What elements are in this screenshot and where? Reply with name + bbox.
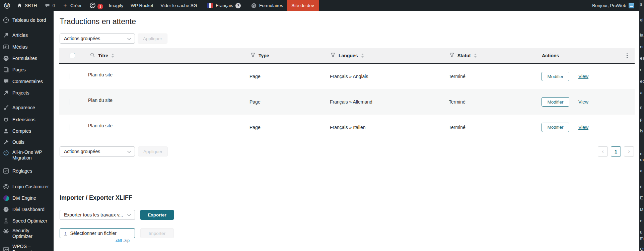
edit-button[interactable]: Modifier [542, 72, 569, 81]
forms-menu[interactable]: Formulaires [247, 0, 287, 11]
export-scope-select[interactable]: Exporter tous les travaux v... [60, 210, 135, 220]
sidebar-item-label: Speed Optimizer [12, 218, 51, 224]
adminbar-item-clear-cache[interactable]: Vider le cache SG [157, 0, 201, 11]
import-button[interactable]: Importer [140, 228, 174, 238]
pagination-prev-button[interactable]: ‹ [598, 146, 608, 156]
background-window-sliver: selianuesrecanplsn-raanEDeumOs [639, 0, 644, 251]
gauge-icon [3, 206, 9, 213]
wordpress-logo-menu[interactable]: W [0, 0, 13, 11]
sidebar-item-comments[interactable]: Commentaires [0, 76, 54, 87]
sidebar-item-security-optimizer[interactable]: Security Optimizer [0, 227, 54, 239]
row-checkbox[interactable] [70, 73, 70, 79]
sidebar-item-projects[interactable]: Projects [0, 87, 54, 99]
file-select-label: Sélectionner un fichier [70, 231, 117, 236]
site-name-menu[interactable]: SRTH [13, 0, 41, 11]
sidebar-item-pages[interactable]: Pages [0, 64, 54, 75]
export-button[interactable]: Exporter [140, 210, 174, 220]
sidebar-item-articles[interactable]: Articles [0, 29, 54, 41]
cell-status: Terminé [449, 99, 539, 105]
filter-funnel-icon[interactable] [449, 53, 454, 59]
wordpress-logo-icon: W [4, 2, 10, 9]
sidebar-item-wpos-pagenavi[interactable]: WPOS – Pagenavi [0, 244, 54, 251]
sg-optimizer-icon [89, 2, 96, 9]
bulk-actions-value: Actions groupées [64, 149, 127, 154]
media-icon [3, 44, 9, 50]
import-label: Importer [149, 231, 165, 236]
pagination-current-page[interactable]: 1 [611, 146, 621, 156]
view-link[interactable]: View [578, 99, 588, 105]
adminbar-item-imagify[interactable]: Imagify [105, 0, 127, 11]
search-icon[interactable] [90, 53, 95, 59]
sidebar-item-media[interactable]: Médias [0, 41, 54, 53]
plug-icon [3, 116, 9, 123]
apply-label: Appliquer [143, 36, 162, 41]
sliders-icon [3, 168, 9, 174]
column-header-actions: Actions [542, 53, 559, 58]
svg-text:W: W [5, 4, 9, 7]
sidebar-item-speed-optimizer[interactable]: Speed Optimizer [0, 215, 54, 227]
plus-icon: ＋ [62, 3, 68, 8]
column-header-languages[interactable]: Langues [339, 53, 358, 58]
view-link[interactable]: View [578, 125, 588, 130]
adminbar-item-wp-rocket[interactable]: WP Rocket [127, 0, 157, 11]
edit-button[interactable]: Modifier [542, 97, 569, 107]
upload-icon: ↑ [64, 231, 67, 236]
column-options-kebab-icon[interactable] [625, 52, 629, 60]
filter-funnel-icon[interactable] [331, 53, 336, 59]
column-header-status[interactable]: Statut [457, 53, 471, 58]
sidebar-item-divi-dashboard[interactable]: Divi Dashboard [0, 204, 54, 215]
view-link[interactable]: View [578, 74, 588, 79]
cell-languages: Français » Italien [330, 125, 449, 130]
row-checkbox[interactable] [70, 124, 70, 130]
apply-button-bottom[interactable]: Appliquer [138, 146, 168, 156]
cell-languages: Français » Anglais [330, 74, 449, 79]
admin-bar: W SRTH 0 ＋ Créer 1 Imagify [0, 0, 639, 11]
sidebar-item-divi-engine[interactable]: Divi Engine [0, 192, 54, 204]
column-header-title[interactable]: Titre [98, 53, 108, 58]
apply-label: Appliquer [143, 149, 162, 154]
sort-icon[interactable] [361, 54, 364, 58]
language-menu[interactable]: Français ? [203, 0, 244, 11]
import-export-title: Importer / Exporter XLIFF [60, 194, 132, 201]
apply-button-top[interactable]: Appliquer [138, 34, 167, 44]
file-select-button[interactable]: ↑ Sélectionner un fichier [60, 228, 135, 238]
sidebar-item-dashboard[interactable]: Tableau de bord [0, 14, 54, 26]
sidebar-item-plugins[interactable]: Extensions [0, 114, 54, 125]
table-row: Plan du site Page Français » Allemand Te… [59, 89, 635, 115]
sort-icon[interactable] [474, 54, 477, 58]
bulk-actions-select-top[interactable]: Actions groupées [60, 34, 135, 44]
export-scope-value: Exporter tous les travaux v... [64, 212, 127, 217]
column-header-type[interactable]: Type [259, 53, 269, 58]
environment-indicator[interactable]: Site de dev [287, 0, 319, 11]
user-icon [3, 128, 9, 134]
bulk-actions-select-bottom[interactable]: Actions groupées [60, 146, 135, 156]
table-header-row: Titre Type Langues Statut Actions [59, 48, 635, 64]
row-checkbox[interactable] [70, 99, 70, 105]
sidebar-item-users[interactable]: Comptes [0, 125, 54, 137]
comments-menu[interactable]: 0 [41, 0, 59, 11]
edit-button[interactable]: Modifier [542, 123, 569, 132]
sidebar-item-aio-migration[interactable]: All-in-One WP Migration [0, 148, 54, 161]
filter-funnel-icon[interactable] [251, 53, 256, 59]
sg-optimizer-menu[interactable]: 1 [85, 0, 105, 11]
sidebar-item-login-customizer[interactable]: Login Customizer [0, 181, 54, 192]
sidebar-item-label: Extensions [12, 117, 51, 123]
select-all-checkbox[interactable] [70, 53, 75, 58]
greeting-label: Bonjour, ProWeb [592, 3, 626, 8]
sidebar-item-label: Médias [12, 44, 51, 50]
sidebar-item-label: WPOS – Pagenavi [12, 244, 51, 251]
sidebar-item-appearance[interactable]: Apparence [0, 102, 54, 113]
new-content-menu[interactable]: ＋ Créer [59, 0, 85, 11]
sidebar-item-settings[interactable]: Réglages [0, 165, 54, 177]
account-menu[interactable]: Bonjour, ProWeb [588, 0, 639, 11]
login-customizer-icon [3, 183, 9, 190]
main-content: Traductions en attente Actions groupées … [54, 11, 639, 251]
sidebar-item-tools[interactable]: Outils [0, 136, 54, 148]
pagination-next-button[interactable]: › [624, 146, 634, 156]
sidebar-item-forms[interactable]: Formulaires [0, 53, 54, 64]
sort-icon[interactable] [111, 54, 114, 58]
paintbrush-icon [3, 104, 9, 111]
user-avatar [629, 3, 634, 8]
environment-label: Site de dev [291, 3, 314, 8]
translations-table: Titre Type Langues Statut Actions [59, 48, 635, 140]
